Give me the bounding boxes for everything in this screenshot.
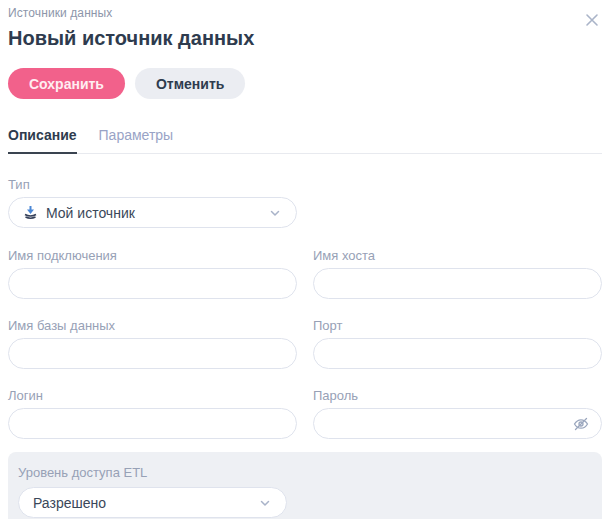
type-select-value: Мой источник [46,205,260,221]
field-label: Имя базы данных [8,318,297,333]
etl-access-panel: Уровень доступа ETL Разрешено [8,452,602,519]
form-body: Тип Мой источник [8,177,602,519]
field-login: Логин [8,388,297,439]
host-name-input[interactable] [313,268,602,299]
type-select[interactable]: Мой источник [8,197,297,228]
type-field-label: Тип [8,177,602,192]
connection-name-input[interactable] [8,268,297,299]
close-button[interactable] [582,10,602,30]
type-field-group: Тип Мой источник [8,177,602,228]
chevron-down-icon [258,496,272,510]
field-label: Логин [8,388,297,403]
action-bar: Сохранить Отменить [8,68,602,99]
field-port: Порт [313,318,602,369]
close-icon [584,12,600,28]
field-label: Порт [313,318,602,333]
field-label: Имя хоста [313,248,602,263]
field-connection-name: Имя подключения [8,248,297,299]
etl-access-select-value: Разрешено [33,495,250,511]
etl-access-label: Уровень доступа ETL [18,465,592,480]
datasource-icon [23,205,38,220]
etl-access-select[interactable]: Разрешено [18,487,287,518]
cancel-button[interactable]: Отменить [135,68,245,99]
breadcrumb[interactable]: Источники данных [8,6,602,20]
field-label: Пароль [313,388,602,403]
eye-off-icon [572,415,590,433]
tab-description[interactable]: Описание [8,127,77,153]
password-visibility-toggle[interactable] [571,414,591,434]
new-datasource-form: Источники данных Новый источник данных С… [0,0,610,519]
password-input[interactable] [313,408,602,439]
save-button[interactable]: Сохранить [8,68,125,99]
fields-grid: Имя подключения Имя хоста Имя базы данны… [8,248,602,439]
field-label: Имя подключения [8,248,297,263]
field-password: Пароль [313,388,602,439]
field-database-name: Имя базы данных [8,318,297,369]
page-title: Новый источник данных [8,27,602,50]
login-input[interactable] [8,408,297,439]
database-name-input[interactable] [8,338,297,369]
tab-parameters[interactable]: Параметры [99,127,174,153]
chevron-down-icon [268,206,282,220]
port-input[interactable] [313,338,602,369]
field-host-name: Имя хоста [313,248,602,299]
tab-bar: Описание Параметры [8,127,602,154]
